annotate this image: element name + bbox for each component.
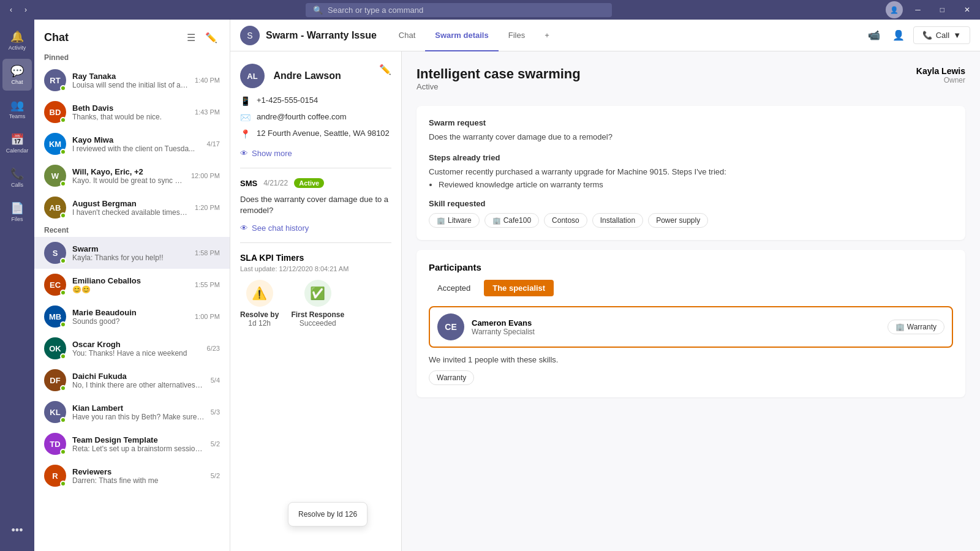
chat-preview-august: I haven't checked available times yet	[72, 208, 189, 217]
chat-item-ray[interactable]: RT Ray Tanaka Louisa will send the initi…	[34, 64, 230, 96]
chat-name-marie: Marie Beaudouin	[72, 308, 189, 317]
chat-list: RT Ray Tanaka Louisa will send the initi…	[34, 64, 230, 551]
sla-resolve-label: Resolve by	[240, 310, 279, 319]
chat-time-marie: 1:00 PM	[195, 313, 220, 320]
chat-item-august[interactable]: AB August Bergman I haven't checked avai…	[34, 192, 230, 223]
nav-item-calendar[interactable]: 📅 Calendar	[2, 127, 32, 159]
new-chat-button[interactable]: ✏️	[203, 29, 220, 46]
chat-panel-title: Chat	[44, 31, 69, 44]
skill-contoso[interactable]: Contoso	[544, 213, 587, 228]
people-button[interactable]: 👤	[889, 26, 908, 45]
chat-preview-team-design: Reta: Let's set up a brainstorm session …	[72, 444, 205, 453]
contact-avatar: AL	[240, 64, 265, 88]
skill-icon-cafe100: 🏢	[492, 217, 501, 225]
show-more-label: Show more	[252, 149, 292, 158]
skill-label-power-supply: Power supply	[656, 216, 700, 225]
chat-name-team-design: Team Design Template	[72, 435, 205, 444]
nav-item-calls[interactable]: 📞 Calls	[2, 162, 32, 193]
maximize-button[interactable]: □	[935, 4, 949, 15]
back-button[interactable]: ‹	[5, 4, 17, 15]
chat-name-oscar: Oscar Krogh	[72, 340, 201, 349]
search-input[interactable]	[328, 6, 605, 15]
sla-first-response-value: Succeeded	[291, 319, 344, 328]
chat-name-kian: Kian Lambert	[72, 403, 205, 413]
chat-name-kayo: Kayo Miwa	[72, 135, 201, 144]
sla-first-response-label: First Response	[291, 310, 344, 319]
show-more-button[interactable]: 👁 Show more	[230, 149, 401, 168]
steps-item-0: Reviewed knowledge article on warranty t…	[439, 180, 953, 189]
chat-item-kayo[interactable]: KM Kayo Miwa I reviewed with the client …	[34, 128, 230, 160]
chat-item-oscar[interactable]: OK Oscar Krogh You: Thanks! Have a nice …	[34, 332, 230, 364]
window-controls[interactable]: ─ □ ✕	[910, 4, 975, 15]
chat-preview-ray: Louisa will send the initial list of att…	[72, 81, 189, 89]
nav-item-activity[interactable]: 🔔 Activity	[2, 24, 32, 56]
avatar-ray: RT	[44, 69, 66, 91]
contact-email-row: ✉️ andre@fourth coffee.com	[240, 112, 391, 122]
chat-item-will[interactable]: W Will, Kayo, Eric, +2 Kayo. It would be…	[34, 160, 230, 192]
main-content: S Swarm - Warranty Issue Chat Swarm deta…	[230, 20, 980, 551]
avatar-will: W	[44, 165, 66, 187]
tab-files[interactable]: Files	[499, 20, 535, 51]
invited-skills: Warranty	[429, 370, 953, 385]
skill-power-supply[interactable]: Power supply	[648, 213, 708, 228]
edit-contact-button[interactable]: ✏️	[379, 64, 391, 75]
tab-swarm-details[interactable]: Swarm details	[425, 20, 498, 51]
skill-installation[interactable]: Installation	[592, 213, 643, 228]
chat-item-swarm[interactable]: S Swarm Kayla: Thanks for you help!! 1:5…	[34, 237, 230, 269]
chat-name-august: August Bergman	[72, 199, 189, 208]
phone-icon: 📱	[240, 96, 251, 106]
see-history-button[interactable]: 👁 See chat history	[240, 223, 309, 233]
warranty-icon: 🏢	[895, 323, 905, 331]
chat-time-beth: 1:43 PM	[195, 108, 220, 116]
nav-label-activity: Activity	[9, 45, 26, 51]
tab-actions: 📹 👤 📞 Call ▼	[864, 26, 970, 45]
see-history-label: See chat history	[252, 223, 309, 233]
sla-last-update: Last update: 12/12/2020 8:04:21 AM	[240, 265, 391, 272]
nav-item-files[interactable]: 📄 Files	[2, 196, 32, 228]
chat-time-kian: 5/3	[211, 408, 220, 416]
chat-time-team-design: 5/2	[211, 440, 220, 448]
skill-cafe100[interactable]: 🏢 Cafe100	[484, 213, 539, 228]
tab-chat[interactable]: Chat	[389, 20, 425, 51]
avatar-beth: BD	[44, 101, 66, 123]
nav-item-chat[interactable]: 💬 Chat	[2, 59, 32, 91]
participant-info-cameron: Cameron Evans Warranty Specialist	[472, 318, 880, 336]
tab-accepted[interactable]: Accepted	[429, 280, 479, 296]
forward-button[interactable]: ›	[20, 4, 32, 15]
chat-item-daichi[interactable]: DF Daichi Fukuda No, I think there are o…	[34, 364, 230, 396]
minimize-button[interactable]: ─	[910, 4, 925, 15]
skill-label-cafe100: Cafe100	[503, 216, 531, 225]
tab-specialist[interactable]: The specialist	[484, 280, 554, 296]
call-button[interactable]: 📞 Call ▼	[913, 26, 970, 44]
sla-title: SLA KPI Timers	[240, 253, 391, 263]
search-bar[interactable]: 🔍	[306, 3, 612, 17]
chat-item-reviewers[interactable]: R Reviewers Darren: Thats fine with me 5…	[34, 460, 230, 492]
chat-item-kian[interactable]: KL Kian Lambert Have you ran this by Bet…	[34, 396, 230, 428]
chat-item-beth[interactable]: BD Beth Davis Thanks, that would be nice…	[34, 96, 230, 128]
nav-item-teams[interactable]: 👥 Teams	[2, 93, 32, 125]
sla-warn-icon: ⚠️	[246, 280, 273, 307]
titlebar-nav[interactable]: ‹ ›	[5, 4, 32, 15]
user-avatar[interactable]: 👤	[886, 1, 903, 18]
participant-row-cameron[interactable]: CE Cameron Evans Warranty Specialist 🏢 W…	[429, 306, 953, 348]
skill-litware[interactable]: 🏢 Litware	[429, 213, 480, 228]
resolve-callout-text: Resolve by Id 126	[298, 510, 357, 519]
filter-button[interactable]: ☰	[184, 29, 198, 46]
chat-item-team-design[interactable]: TD Team Design Template Reta: Let's set …	[34, 428, 230, 460]
chat-item-emiliano[interactable]: EC Emiliano Ceballos 😊😊 1:55 PM	[34, 269, 230, 301]
sms-header: SMS 4/21/22 Active	[240, 178, 391, 188]
chat-item-marie[interactable]: MB Marie Beaudouin Sounds good? 1:00 PM	[34, 301, 230, 332]
tab-add[interactable]: +	[535, 20, 559, 51]
close-button[interactable]: ✕	[959, 4, 975, 15]
contact-address-row: 📍 12 Fourth Avenue, Seattle, WA 98102	[240, 129, 391, 139]
channel-name: Swarm - Warranty Issue	[266, 30, 377, 41]
avatar-emiliano: EC	[44, 274, 66, 296]
chat-time-reviewers: 5/2	[211, 472, 220, 479]
nav-item-more[interactable]: •••	[2, 514, 32, 546]
chat-info-emiliano: Emiliano Ceballos 😊😊	[72, 276, 189, 294]
search-icon: 🔍	[313, 6, 323, 15]
avatar-daichi: DF	[44, 369, 66, 391]
avatar-kian: KL	[44, 401, 66, 423]
chat-info-team-design: Team Design Template Reta: Let's set up …	[72, 435, 205, 453]
video-button[interactable]: 📹	[864, 26, 884, 45]
